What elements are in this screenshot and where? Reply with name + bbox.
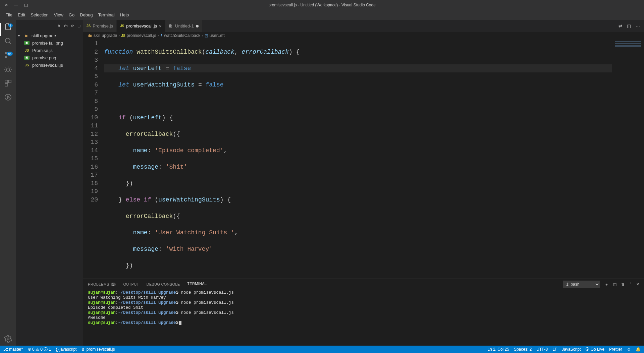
js-icon: JS (24, 48, 30, 53)
file-label: promise fail.png (32, 41, 63, 46)
status-golive[interactable]: ⦿ Go Live (585, 347, 604, 352)
editor-tabs: JS Promise.js JS promisevscall.js × 🗎 Un… (83, 20, 644, 32)
breadcrumb-file[interactable]: promisevscall.js (127, 33, 156, 38)
menu-help[interactable]: Help (117, 12, 132, 17)
dirty-indicator-icon (196, 25, 199, 27)
maximize-panel-icon[interactable]: ˄ (630, 282, 632, 287)
status-eol[interactable]: LF (552, 347, 557, 352)
symbol-function-icon: ƒ (160, 33, 163, 38)
menu-debug[interactable]: Debug (77, 12, 95, 17)
terminal-select[interactable]: 1: bash (563, 281, 600, 288)
search-icon[interactable] (4, 37, 12, 45)
source-control-icon[interactable]: 5k (4, 51, 12, 59)
svg-point-9 (7, 338, 9, 340)
window-title: promisevscall.js - Untitled (Workspace) … (268, 3, 376, 7)
compare-icon[interactable]: ⇄ (619, 23, 622, 28)
status-branch[interactable]: ⎇ master* (3, 347, 23, 352)
debug-icon[interactable] (4, 65, 12, 73)
terminal-output: User Watching Suits With Harvey (88, 295, 639, 300)
menu-selection[interactable]: Selection (28, 12, 51, 17)
editor-actions: ⇄ ◫ ⋯ (619, 20, 644, 32)
menu-edit[interactable]: Edit (15, 12, 28, 17)
terminal-output: Episode completed Shit (88, 305, 639, 310)
new-folder-icon[interactable]: 🗀 (64, 24, 68, 28)
status-spaces[interactable]: Spaces: 2 (514, 347, 532, 352)
file-promise-fail-png[interactable]: ▣ promise fail.png (16, 39, 83, 47)
new-file-icon[interactable]: 🗎 (57, 24, 61, 28)
live-share-icon[interactable] (4, 93, 12, 101)
menu-file[interactable]: File (3, 12, 15, 17)
file-promisevscall-js[interactable]: JS promisevscall.js (16, 61, 83, 69)
kill-terminal-icon[interactable]: 🗑 (621, 282, 625, 286)
close-tab-icon[interactable]: × (159, 23, 162, 29)
minimap[interactable] (612, 39, 644, 279)
status-errors[interactable]: ⊘ 0 ⚠ 0 ⓘ 1 (28, 347, 51, 352)
panel-tab-problems[interactable]: PROBLEMS1 (88, 282, 116, 286)
tab-label: promisevscall.js (126, 23, 157, 28)
svg-point-0 (5, 38, 10, 43)
file-promise-js[interactable]: JS Promise.js (16, 47, 83, 54)
status-lang-mode[interactable]: {} javascript (56, 347, 76, 352)
file-icon: 🗎 (169, 23, 173, 28)
menubar: File Edit Selection View Go Debug Termin… (0, 10, 644, 20)
extensions-icon[interactable] (4, 79, 12, 87)
folder-label: skill upgrade (32, 33, 56, 38)
menu-go[interactable]: Go (66, 12, 77, 17)
status-language[interactable]: JavaScript (562, 347, 581, 352)
window-controls: ✕ — ▢ (0, 3, 28, 7)
editor-area[interactable]: 1 2 3 4 5 6 7 8 9 10 11 12 13 14 15 16 1… (83, 39, 644, 279)
terminal-output: Awesome (88, 315, 639, 320)
explorer-icon[interactable]: 1 (4, 23, 12, 31)
breadcrumb-symbol[interactable]: userLeft (210, 33, 225, 38)
breadcrumbs[interactable]: 🖿 skill upgrade › JS promisevscall.js › … (83, 32, 644, 39)
status-feedback-icon[interactable]: ☺ (627, 347, 631, 352)
file-tree: ▾ 🖿 skill upgrade ▣ promise fail.png JS … (16, 32, 83, 69)
breadcrumb-symbol[interactable]: watchSuitsCallback (164, 33, 200, 38)
maximize-icon[interactable]: ▢ (24, 3, 28, 7)
refresh-icon[interactable]: ⟳ (71, 24, 74, 28)
svg-point-8 (5, 94, 11, 100)
svg-point-2 (5, 56, 7, 58)
js-icon: JS (87, 24, 91, 28)
panel-tab-output[interactable]: OUTPUT (123, 282, 139, 286)
split-editor-icon[interactable]: ◫ (627, 23, 631, 28)
status-bar: ⎇ master* ⊘ 0 ⚠ 0 ⓘ 1 {} javascript 🗎 pr… (0, 346, 644, 353)
sidebar-actions: 🗎 🗀 ⟳ ⊟ (57, 24, 80, 28)
chevron-down-icon: ▾ (18, 34, 22, 38)
terminal[interactable]: sujan@sujan:~/Desktop/skill upgrade$ nod… (83, 290, 644, 346)
explorer-badge: 1 (8, 23, 13, 27)
new-terminal-icon[interactable]: ＋ (605, 282, 608, 287)
breadcrumb-folder[interactable]: skill upgrade (94, 33, 117, 38)
file-label: promise.png (32, 55, 56, 60)
panel-tab-debug-console[interactable]: DEBUG CONSOLE (146, 282, 180, 286)
split-terminal-icon[interactable]: ◫ (613, 282, 616, 287)
bottom-panel: PROBLEMS1 OUTPUT DEBUG CONSOLE TERMINAL … (83, 279, 644, 346)
editor-group: JS Promise.js JS promisevscall.js × 🗎 Un… (83, 20, 644, 346)
close-panel-icon[interactable]: ✕ (636, 282, 639, 287)
terminal-cursor (179, 321, 181, 325)
status-bell-icon[interactable]: 🔔 (636, 347, 641, 352)
tab-label: Untitled-1 (175, 23, 194, 28)
menu-terminal[interactable]: Terminal (95, 12, 117, 17)
minimize-icon[interactable]: — (14, 3, 18, 7)
code-editor[interactable]: function watchSuitsCallback(callback, er… (104, 39, 612, 279)
status-file[interactable]: 🗎 promisevscall.js (81, 347, 115, 352)
panel-tab-terminal[interactable]: TERMINAL (187, 282, 207, 287)
close-icon[interactable]: ✕ (5, 3, 8, 7)
tab-untitled-1[interactable]: 🗎 Untitled-1 (165, 20, 202, 32)
tab-promisevscall-js[interactable]: JS promisevscall.js × (117, 20, 165, 32)
more-icon[interactable]: ⋯ (636, 23, 640, 28)
folder-icon: 🖿 (88, 33, 92, 38)
folder-skill-upgrade[interactable]: ▾ 🖿 skill upgrade (16, 32, 83, 39)
tab-label: Promise.js (93, 23, 113, 28)
settings-gear-icon[interactable] (4, 335, 12, 343)
menu-view[interactable]: View (51, 12, 66, 17)
file-promise-png[interactable]: ▣ promise.png (16, 54, 83, 61)
status-prettier[interactable]: Prettier (609, 347, 622, 352)
status-encoding[interactable]: UTF-8 (536, 347, 548, 352)
status-line-col[interactable]: Ln 2, Col 25 (487, 347, 509, 352)
collapse-icon[interactable]: ⊟ (77, 24, 80, 28)
tab-promise-js[interactable]: JS Promise.js (83, 20, 117, 32)
line-number-gutter: 1 2 3 4 5 6 7 8 9 10 11 12 13 14 15 16 1… (83, 39, 104, 279)
problems-badge: 1 (111, 283, 116, 286)
